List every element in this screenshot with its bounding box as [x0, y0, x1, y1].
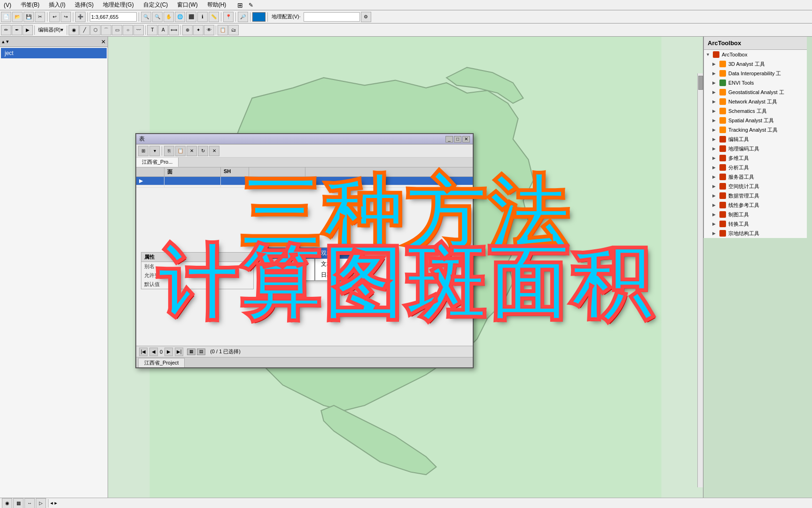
save-btn[interactable]: 💾 — [23, 12, 34, 22]
toolbar-icon-1[interactable]: ⊞ — [237, 1, 243, 9]
select2-btn[interactable]: ▶ — [23, 25, 33, 35]
sketch-btn[interactable]: ✒ — [12, 25, 22, 35]
tree-parcel[interactable]: ▶ 宗地结构工具 — [704, 229, 807, 238]
tree-arcToolbox[interactable]: ▼ ArcToolbox — [704, 50, 807, 59]
dim-btn[interactable]: ⟺ — [169, 25, 179, 35]
table-add-field[interactable]: ⊞ — [138, 146, 148, 156]
view-form[interactable]: ▤ — [197, 349, 205, 355]
rect-btn[interactable]: ▭ — [112, 25, 122, 35]
map-area[interactable]: 表 _ □ ✕ ⊞ ▾ ⎘ 📋 ✕ ↻ ✕ 江西省_Pro... — [108, 37, 703, 498]
ctx-alias[interactable]: 别名 — [259, 248, 314, 259]
tree-carto[interactable]: ▶ 制图工具 — [704, 210, 807, 219]
freehand-btn[interactable]: 〰 — [133, 25, 144, 35]
full-extent[interactable]: 🌐 — [175, 12, 185, 22]
bottom-scrollbar-area[interactable]: ◂ ▸ — [50, 500, 57, 506]
tree-spatial-stats[interactable]: ▶ 空间统计工具 — [704, 182, 807, 191]
text-btn[interactable]: T — [147, 25, 157, 35]
tree-schematics[interactable]: ▶ Schematics 工具 — [704, 106, 807, 116]
toolbar-icon-2[interactable]: ✎ — [249, 2, 253, 8]
view-btn[interactable]: 👁 — [204, 25, 214, 35]
sub-val-nullable[interactable] — [176, 272, 250, 279]
tree-interop[interactable]: ▶ Data Interoperability 工 — [704, 69, 807, 78]
table-tab-main[interactable]: 江西省_Pro... — [136, 158, 179, 167]
tree-edit[interactable]: ▶ 编辑工具 — [704, 135, 807, 144]
add-data-btn[interactable]: ➕ — [75, 12, 86, 22]
left-panel-close[interactable]: ✕ — [101, 39, 106, 45]
dialog-minimize[interactable]: _ — [445, 136, 453, 143]
measure-btn[interactable]: 📏 — [209, 12, 219, 22]
find-btn[interactable]: 🔎 — [238, 12, 248, 22]
menu-bookmarks[interactable]: 书签(B) — [19, 1, 41, 9]
nav-next[interactable]: ▶ — [164, 348, 173, 356]
table-row-selected[interactable]: ▶ — [136, 177, 473, 185]
view-table[interactable]: ▦ — [187, 349, 195, 355]
type-date[interactable]: 日期 — [315, 270, 352, 280]
curve-btn[interactable]: ⌒ — [101, 25, 111, 35]
tree-geo[interactable]: ▶ Geostatistical Analyst 工 — [704, 87, 807, 97]
menu-custom[interactable]: 自定义(C) — [141, 1, 170, 9]
bottom-btn3[interactable]: ↔ — [24, 498, 35, 508]
table-paste[interactable]: 📋 — [175, 146, 186, 156]
menu-window[interactable]: 窗口(W) — [175, 1, 199, 9]
tree-network[interactable]: ▶ Network Analyst 工具 — [704, 97, 807, 106]
nav-last[interactable]: ▶| — [175, 348, 183, 356]
type-double[interactable]: 双精度 — [315, 248, 352, 259]
type-text[interactable]: 文本 — [315, 259, 352, 270]
select-btn[interactable]: ⬛ — [186, 12, 196, 22]
identify-btn[interactable]: ℹ — [197, 12, 208, 22]
color-swatch[interactable] — [252, 12, 265, 22]
goto-xy[interactable]: 📍 — [223, 12, 234, 22]
nav-first[interactable]: |◀ — [139, 348, 148, 356]
map-scrollbar[interactable] — [697, 73, 703, 487]
dialog-close[interactable]: ✕ — [462, 136, 470, 143]
tree-envi[interactable]: ▶ ENVI Tools — [704, 78, 807, 87]
poly-btn[interactable]: ⬡ — [90, 25, 101, 35]
layout-btn[interactable]: 📋 — [218, 25, 228, 35]
menu-v[interactable]: (V) — [2, 2, 13, 8]
open-btn[interactable]: 📂 — [12, 12, 23, 22]
sub-val-alias[interactable] — [176, 263, 250, 270]
cut-btn[interactable]: ✂ — [35, 12, 45, 22]
zoom-in[interactable]: 🔍 — [141, 12, 151, 22]
ctx-nullable[interactable]: 允许空值 — [259, 259, 314, 270]
sub-val-default[interactable] — [176, 281, 250, 288]
tree-linear[interactable]: ▶ 线性参考工具 — [704, 200, 807, 210]
geo-settings[interactable]: ⚙ — [361, 12, 371, 22]
menu-help[interactable]: 帮助(H) — [205, 1, 228, 9]
tree-spatial[interactable]: ▶ Spatial Analyst 工具 — [704, 116, 807, 125]
table-delete[interactable]: ✕ — [187, 146, 197, 156]
tree-analysis[interactable]: ▶ 分析工具 — [704, 163, 807, 172]
tree-datamgmt[interactable]: ▶ 数据管理工具 — [704, 191, 807, 200]
table-row-2[interactable] — [136, 185, 473, 188]
edit-btn[interactable]: ✏ — [1, 25, 11, 35]
menu-select[interactable]: 选择(S) — [73, 1, 95, 9]
anno-btn[interactable]: A — [158, 25, 168, 35]
layout2-btn[interactable]: 🗂 — [228, 25, 239, 35]
pan-btn[interactable]: ✋ — [164, 12, 174, 22]
table-close[interactable]: ✕ — [209, 146, 219, 156]
table-options[interactable]: ▾ — [149, 146, 160, 156]
new-btn[interactable]: 📄 — [1, 12, 11, 22]
tree-server[interactable]: ▶ 服务器工具 — [704, 172, 807, 182]
ctx-default[interactable]: 默认值 — [259, 270, 314, 280]
redo-btn[interactable]: ↪ — [61, 12, 71, 22]
zoom-out[interactable]: 🔍 — [152, 12, 163, 22]
tree-3d[interactable]: ▶ 3D Analyst 工具 — [704, 59, 807, 69]
line-btn[interactable]: ╱ — [79, 25, 90, 35]
menu-geoprocess[interactable]: 地理处理(G) — [101, 1, 135, 9]
dialog-maximize[interactable]: □ — [454, 136, 461, 143]
table-refresh[interactable]: ↻ — [198, 146, 208, 156]
tree-multidim[interactable]: ▶ 多维工具 — [704, 153, 807, 163]
tree-geocode[interactable]: ▶ 地理编码工具 — [704, 144, 807, 153]
circ-btn[interactable]: ○ — [123, 25, 133, 35]
bottom-btn2[interactable]: ▦ — [13, 498, 23, 508]
table-project-tab[interactable]: 江西省_Project — [138, 358, 185, 367]
menu-insert[interactable]: 插入(I) — [47, 1, 67, 9]
nav-prev[interactable]: ◀ — [149, 348, 158, 356]
tree-tracking[interactable]: ▶ Tracking Analyst 工具 — [704, 125, 807, 135]
table-copy[interactable]: ⎘ — [164, 146, 174, 156]
bottom-btn1[interactable]: ◉ — [2, 498, 12, 508]
tree-convert[interactable]: ▶ 转换工具 — [704, 219, 807, 229]
edit3-btn[interactable]: ✦ — [193, 25, 203, 35]
geo-config-input[interactable] — [304, 12, 360, 22]
